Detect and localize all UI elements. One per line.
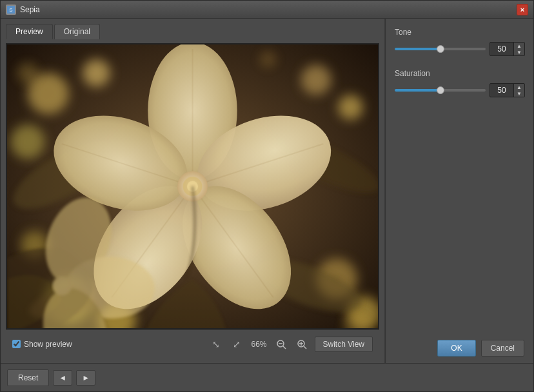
controls-panel: Tone ▲ ▼ Saturation (386, 19, 533, 106)
svg-point-34 (17, 63, 38, 83)
tone-label: Tone (395, 28, 525, 37)
title-bar: S Sepia × (1, 1, 533, 19)
tone-slider[interactable] (395, 48, 486, 50)
svg-point-33 (52, 276, 72, 295)
zoom-out-icon[interactable] (275, 338, 288, 351)
expand-icon[interactable]: ⤢ (230, 338, 243, 351)
ok-button[interactable]: OK (437, 340, 475, 357)
tab-preview[interactable]: Preview (6, 24, 53, 39)
tone-spinbox: ▲ ▼ (490, 42, 525, 56)
collapse-icon[interactable]: ⤡ (210, 338, 222, 351)
svg-line-38 (283, 346, 286, 349)
footer-bar: Reset ◄ ► (1, 363, 533, 391)
bottom-bar: Show preview ⤡ ⤢ 66% Switch View (6, 329, 379, 358)
saturation-decrement-button[interactable]: ▼ (514, 90, 524, 97)
saturation-slider[interactable] (395, 89, 486, 92)
svg-point-9 (338, 95, 362, 119)
switch-view-button[interactable]: Switch View (315, 337, 373, 352)
forward-button[interactable]: ► (76, 370, 95, 386)
cancel-button[interactable]: Cancel (481, 340, 524, 357)
sepia-image (7, 44, 378, 328)
svg-point-36 (260, 51, 277, 68)
right-panel: Tone ▲ ▼ Saturation (385, 19, 533, 363)
back-button[interactable]: ◄ (53, 370, 72, 386)
content-area: Preview Original (1, 19, 533, 363)
svg-point-4 (83, 59, 110, 87)
show-preview-label[interactable]: Show preview (12, 340, 72, 349)
main-window: S Sepia × Preview Original (0, 0, 534, 392)
saturation-value-input[interactable] (490, 84, 513, 96)
tabs: Preview Original (6, 24, 379, 39)
svg-point-8 (301, 65, 331, 95)
saturation-slider-row: ▲ ▼ (395, 83, 525, 97)
saturation-label: Saturation (395, 69, 525, 78)
show-preview-checkbox[interactable] (12, 340, 21, 348)
window-title: Sepia (20, 5, 517, 14)
tab-original[interactable]: Original (54, 24, 100, 39)
saturation-increment-button[interactable]: ▲ (514, 84, 524, 90)
zoom-level: 66% (251, 340, 266, 349)
svg-point-5 (10, 124, 44, 159)
tone-decrement-button[interactable]: ▼ (514, 49, 524, 55)
zoom-in-icon[interactable] (295, 338, 308, 351)
tone-arrows: ▲ ▼ (513, 43, 524, 55)
right-footer: OK Cancel (386, 340, 533, 363)
saturation-arrows: ▲ ▼ (513, 84, 524, 97)
saturation-control: Saturation ▲ ▼ (395, 69, 525, 97)
tone-increment-button[interactable]: ▲ (514, 43, 524, 49)
svg-line-41 (304, 346, 306, 349)
tone-control: Tone ▲ ▼ (395, 28, 525, 56)
tone-value-input[interactable] (490, 43, 513, 55)
tone-slider-row: ▲ ▼ (395, 42, 525, 56)
close-button[interactable]: × (517, 4, 528, 15)
preview-container (6, 43, 379, 329)
saturation-spinbox: ▲ ▼ (490, 83, 525, 97)
reset-button[interactable]: Reset (7, 369, 49, 386)
bottom-icons: ⤡ ⤢ 66% (210, 338, 308, 351)
left-panel: Preview Original (1, 19, 385, 363)
svg-text:S: S (9, 7, 12, 13)
app-icon: S (6, 5, 16, 15)
